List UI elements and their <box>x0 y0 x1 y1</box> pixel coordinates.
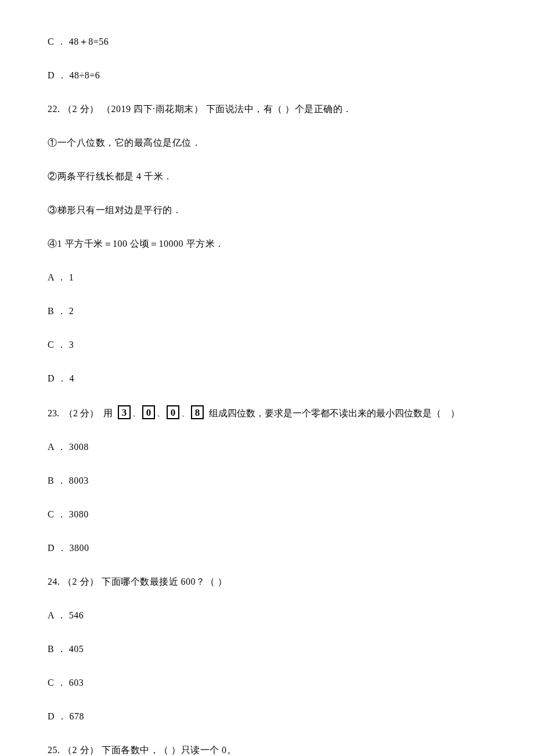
card-sep-3: 、 <box>181 407 189 419</box>
q23-pre-text: 23. （2 分） 用 <box>48 406 117 420</box>
q22-option-d: D ． 4 <box>48 372 486 386</box>
q23-option-d: D ． 3800 <box>48 541 486 555</box>
q23-stem: 23. （2 分） 用 3 、 0 、 0 、 8 组成四位数，要求是一个零都不… <box>48 405 486 420</box>
number-card-2: 0 <box>142 405 155 419</box>
q24-option-c: C ． 603 <box>48 676 486 690</box>
q24-stem: 24. （2 分） 下面哪个数最接近 600？（ ） <box>48 575 486 589</box>
q22-statement-2: ②两条平行线长都是 4 千米． <box>48 170 486 183</box>
q23-post-text: 组成四位数，要求是一个零都不读出来的最小四位数是（ ） <box>204 406 460 420</box>
number-card-4: 8 <box>191 405 204 419</box>
q22-option-a: A ． 1 <box>48 271 486 285</box>
q22-statement-3: ③梯形只有一组对边是平行的． <box>48 203 486 217</box>
q22-statement-1: ①一个八位数，它的最高位是亿位． <box>48 136 486 150</box>
q25-stem: 25. （2 分） 下面各数中，（ ）只读一个 0。 <box>48 743 486 756</box>
q21-option-d: D ． 48÷8=6 <box>48 69 486 82</box>
q22-statement-4: ④1 平方千米＝100 公顷＝10000 平方米． <box>48 237 486 251</box>
q24-option-a: A ． 546 <box>48 609 486 622</box>
number-card-1: 3 <box>118 405 131 419</box>
card-sep-1: 、 <box>132 407 140 419</box>
q21-option-c: C ． 48＋8=56 <box>48 35 486 49</box>
q24-option-b: B ． 405 <box>48 642 486 656</box>
q23-option-c: C ． 3080 <box>48 507 486 521</box>
q23-option-a: A ． 3008 <box>48 440 486 454</box>
card-sep-2: 、 <box>157 407 165 419</box>
q22-stem: 22. （2 分） （2019 四下·雨花期末） 下面说法中，有（ ）个是正确的… <box>48 102 486 116</box>
q24-option-d: D ． 678 <box>48 710 486 723</box>
q22-option-b: B ． 2 <box>48 304 486 318</box>
q23-option-b: B ． 8003 <box>48 474 486 488</box>
number-card-3: 0 <box>167 405 179 419</box>
q22-option-c: C ． 3 <box>48 338 486 352</box>
